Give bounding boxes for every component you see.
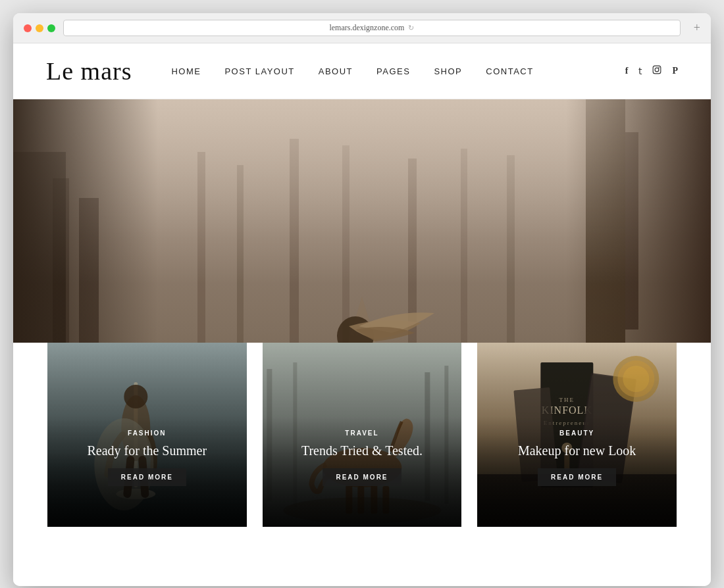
- minimize-button[interactable]: [36, 24, 43, 32]
- nav-home[interactable]: HOME: [171, 66, 201, 76]
- instagram-icon[interactable]: [652, 65, 661, 77]
- post-card-travel[interactable]: TRAVEL Trends Tried & Tested. READ MORE: [263, 343, 462, 527]
- card-travel-overlay: TRAVEL Trends Tried & Tested. READ MORE: [263, 416, 462, 527]
- post-title-travel: Trends Tried & Tested.: [273, 442, 452, 459]
- svg-point-2: [659, 67, 660, 68]
- site-header: Le mars HOME POST LAYOUT ABOUT PAGES SHO…: [13, 43, 711, 99]
- twitter-icon[interactable]: 𝗍: [638, 66, 642, 76]
- read-more-fashion[interactable]: READ MORE: [108, 468, 186, 486]
- url-text: lemars.dexignzone.com: [329, 23, 404, 33]
- svg-point-1: [656, 68, 659, 72]
- url-bar[interactable]: lemars.dexignzone.com ↻: [63, 20, 681, 36]
- browser-dots: [24, 24, 55, 32]
- maximize-button[interactable]: [47, 24, 55, 32]
- card-beauty-overlay: BEAUTY Makeup for new Look READ MORE: [477, 416, 677, 527]
- browser-chrome: lemars.dexignzone.com ↻ +: [13, 13, 711, 43]
- nav-contact[interactable]: CONTACT: [486, 66, 533, 76]
- site-logo[interactable]: Le mars: [46, 57, 132, 86]
- read-more-beauty[interactable]: READ MORE: [538, 468, 616, 486]
- nav-post-layout[interactable]: POST LAYOUT: [224, 66, 294, 76]
- post-category-travel: TRAVEL: [273, 429, 452, 437]
- bottom-spacer: [13, 527, 711, 566]
- posts-row: FASHION Ready for the Summer READ MORE: [13, 343, 711, 527]
- post-category-fashion: FASHION: [58, 429, 236, 437]
- post-category-beauty: BEAUTY: [488, 429, 666, 437]
- nav-shop[interactable]: SHOP: [434, 66, 462, 76]
- site-nav: HOME POST LAYOUT ABOUT PAGES SHOP CONTAC…: [171, 66, 625, 76]
- new-tab-button[interactable]: +: [694, 21, 700, 35]
- read-more-travel[interactable]: READ MORE: [323, 468, 401, 486]
- nav-pages[interactable]: PAGES: [376, 66, 410, 76]
- browser-window: lemars.dexignzone.com ↻ + Le mars HOME P…: [13, 13, 711, 586]
- post-card-fashion[interactable]: FASHION Ready for the Summer READ MORE: [47, 343, 247, 527]
- facebook-icon[interactable]: f: [625, 66, 629, 76]
- close-button[interactable]: [24, 24, 32, 32]
- post-title-fashion: Ready for the Summer: [58, 442, 236, 459]
- svg-rect-0: [654, 66, 661, 74]
- nav-about[interactable]: ABOUT: [319, 66, 353, 76]
- post-title-beauty: Makeup for new Look: [488, 442, 666, 459]
- post-card-beauty[interactable]: THE KINFOLK Entrepreneur: [477, 343, 677, 527]
- pinterest-icon[interactable]: P: [672, 66, 678, 76]
- refresh-icon[interactable]: ↻: [408, 24, 414, 32]
- card-fashion-overlay: FASHION Ready for the Summer READ MORE: [47, 416, 247, 527]
- social-icons: f 𝗍 P: [625, 65, 678, 77]
